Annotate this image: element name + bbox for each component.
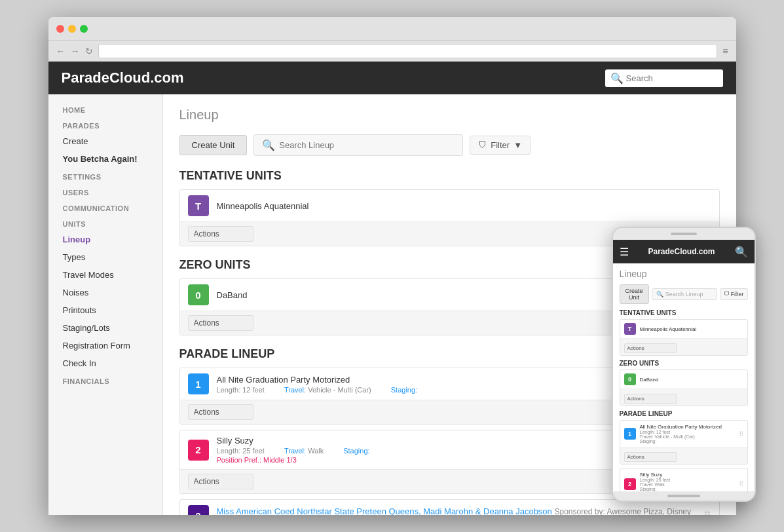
sidebar-item-types[interactable]: Types xyxy=(48,248,162,266)
mobile-actions-row: Actions xyxy=(620,447,747,464)
browser-menu-icon[interactable]: ≡ xyxy=(722,46,728,56)
mobile-filter-btn[interactable]: ⛉ Filter xyxy=(720,288,748,300)
unit-travel: Travel: Vehicle - Multi (Car) xyxy=(284,386,371,394)
unit-sponsored: Sponsored by: Awesome Pizza, Disney xyxy=(554,507,691,516)
mobile-toolbar: CreateUnit 🔍 Search Lineup ⛉ Filter xyxy=(620,284,748,304)
filter-icon: ⛉ xyxy=(478,140,487,150)
sidebar-item-staging[interactable]: Staging/Lots xyxy=(48,319,162,337)
sidebar-item-travel-modes[interactable]: Travel Modes xyxy=(48,266,162,284)
mobile-actions-select[interactable]: Actions xyxy=(624,394,677,404)
search-icon: 🔍 xyxy=(610,72,624,85)
sidebar-item-active-parade[interactable]: You Betcha Again! xyxy=(48,150,162,168)
create-unit-button[interactable]: Create Unit xyxy=(179,135,248,155)
mobile-actions-row: Actions xyxy=(620,338,747,355)
sidebar-section-units: UNITS xyxy=(48,215,162,231)
sidebar-section-communication: COMMUNICATION xyxy=(48,199,162,215)
mobile-unit-row: 1 All Nite Graduation Party Motorized Le… xyxy=(620,421,747,447)
unit-badge-3: 3 xyxy=(188,505,209,515)
mobile-create-btn[interactable]: CreateUnit xyxy=(620,284,649,304)
mobile-unit-name: Silly Suzy xyxy=(640,472,735,478)
mobile-unit-detail: Length: 12 feet xyxy=(640,430,735,434)
reload-button[interactable]: ↻ xyxy=(85,46,93,56)
actions-select[interactable]: Actions xyxy=(188,404,253,420)
mobile-tentative-heading: TENTATIVE UNITS xyxy=(620,309,748,316)
sidebar-section-users: USERS xyxy=(48,183,162,199)
actions-select[interactable]: Actions xyxy=(188,474,253,489)
filter-dropdown-icon: ▼ xyxy=(513,140,522,150)
browser-nav: ← → ↻ ≡ xyxy=(48,41,736,62)
sidebar-item-registration-form[interactable]: Registration Form xyxy=(48,337,162,354)
filter-button[interactable]: ⛉ Filter ▼ xyxy=(470,136,531,155)
mobile-search: 🔍 Search Lineup xyxy=(652,288,717,300)
app-header: ParadeCloud.com 🔍 xyxy=(48,62,736,94)
sidebar-item-lineup[interactable]: Lineup xyxy=(48,231,162,248)
unit-length: Length: 12 feet xyxy=(217,386,265,394)
mobile-badge-1: 1 xyxy=(624,428,636,440)
mobile-unit-info: DaBand xyxy=(640,377,743,383)
mobile-unit-row: T Minneapolis Aquatennial xyxy=(620,320,747,338)
actions-select[interactable]: Actions xyxy=(188,315,253,331)
mobile-search-icon2: 🔍 xyxy=(656,291,663,297)
mobile-zero-unit: 0 DaBand Actions xyxy=(620,370,748,406)
mobile-unit-name: All Nite Graduation Party Motorized xyxy=(640,424,735,430)
mobile-badge-0: 0 xyxy=(624,373,636,385)
mobile-content: Lineup CreateUnit 🔍 Search Lineup ⛉ Filt… xyxy=(613,263,755,491)
search-lineup-icon: 🔍 xyxy=(262,139,275,151)
page-title: Lineup xyxy=(179,107,720,123)
mobile-actions-select[interactable]: Actions xyxy=(624,343,677,353)
sidebar-item-check-in[interactable]: Check In xyxy=(48,354,162,372)
toolbar: Create Unit 🔍 ⛉ Filter ▼ xyxy=(179,134,720,156)
sidebar-item-noises[interactable]: Noises xyxy=(48,284,162,301)
app-logo: ParadeCloud.com xyxy=(62,69,605,86)
unit-name-link[interactable]: Miss American Coed Northstar State Prete… xyxy=(217,506,552,516)
url-bar[interactable] xyxy=(98,44,718,58)
close-button[interactable] xyxy=(56,25,64,33)
tentative-heading: TENTATIVE UNITS xyxy=(179,169,720,183)
mobile-parade-heading: PARADE LINEUP xyxy=(620,410,748,417)
drag-handle-icon[interactable]: ⠿ xyxy=(703,510,711,516)
mobile-actions-select[interactable]: Actions xyxy=(624,452,677,462)
mobile-unit-info: Minneapolis Aquatennial xyxy=(640,326,743,332)
unit-row: T Minneapolis Aquatennial xyxy=(180,190,719,221)
maximize-button[interactable] xyxy=(80,25,88,33)
mobile-menu-icon[interactable]: ☰ xyxy=(620,246,629,258)
mobile-filter-icon: ⛉ xyxy=(724,291,730,297)
mobile-drag-icon[interactable]: ⠿ xyxy=(739,430,743,438)
mobile-speaker xyxy=(671,233,697,235)
unit-row: 3 Miss American Coed Northstar State Pre… xyxy=(180,500,719,515)
search-lineup-input[interactable] xyxy=(279,140,455,150)
mobile-badge-2: 2 xyxy=(624,478,636,490)
mobile-drag-icon[interactable]: ⠿ xyxy=(739,480,743,487)
mobile-tentative-unit: T Minneapolis Aquatennial Actions xyxy=(620,319,748,356)
unit-badge-t: T xyxy=(188,195,209,216)
forward-button[interactable]: → xyxy=(71,46,80,56)
mobile-unit-detail: Staging: xyxy=(640,439,735,444)
mobile-unit-info: All Nite Graduation Party Motorized Leng… xyxy=(640,424,735,444)
mobile-logo: ParadeCloud.com xyxy=(633,247,731,256)
minimize-button[interactable] xyxy=(68,25,76,33)
mobile-bottom-bar xyxy=(613,491,755,501)
unit-badge-2: 2 xyxy=(188,440,209,461)
search-lineup-container: 🔍 xyxy=(253,134,463,156)
header-search: 🔍 xyxy=(605,69,723,87)
sidebar-item-create[interactable]: Create xyxy=(48,132,162,150)
sidebar: HOME PARADES Create You Betcha Again! SE… xyxy=(48,94,163,515)
mobile-home-indicator xyxy=(667,495,700,497)
unit-travel: Travel: Walk xyxy=(284,447,324,455)
unit-info: Minneapolis Aquatennial xyxy=(217,201,711,211)
unit-staging: Staging: xyxy=(343,447,369,455)
mobile-unit-detail: Travel: Walk xyxy=(640,482,735,487)
mobile-badge-t: T xyxy=(624,323,636,335)
unit-staging: Staging: xyxy=(391,386,417,394)
mobile-unit-name: Minneapolis Aquatennial xyxy=(640,326,743,332)
mobile-parade-unit-2: 2 Silly Suzy Length: 25 feet Travel: Wal… xyxy=(620,468,748,491)
mobile-nav: ☰ ParadeCloud.com 🔍 xyxy=(613,240,755,263)
back-button[interactable]: ← xyxy=(56,46,65,56)
mobile-unit-info: Silly Suzy Length: 25 feet Travel: Walk … xyxy=(640,472,735,491)
sidebar-item-printouts[interactable]: Printouts xyxy=(48,301,162,319)
actions-select[interactable]: Actions xyxy=(188,226,253,242)
mobile-unit-detail: Staging: xyxy=(640,487,735,491)
mobile-search-icon[interactable]: 🔍 xyxy=(735,246,748,258)
header-search-input[interactable] xyxy=(626,73,718,83)
mobile-parade-unit-1: 1 All Nite Graduation Party Motorized Le… xyxy=(620,420,748,465)
